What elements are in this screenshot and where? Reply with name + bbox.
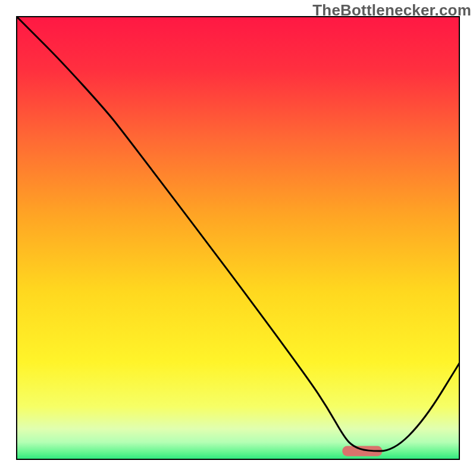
plot-background (16, 16, 460, 460)
page-root: TheBottlenecker.com (0, 0, 476, 476)
bottleneck-chart (16, 16, 460, 460)
